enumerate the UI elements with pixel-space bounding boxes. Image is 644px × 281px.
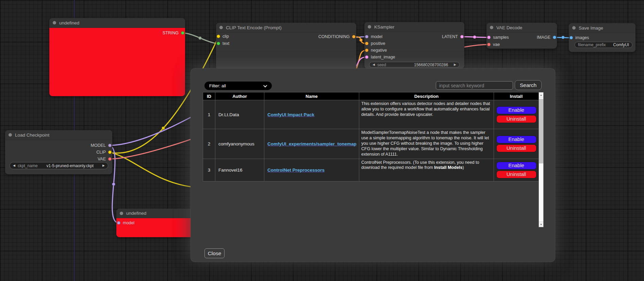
cell-id: 1 (203, 100, 215, 129)
slot-label: images (575, 35, 589, 40)
input-slot-vae: vae (487, 42, 500, 47)
extension-link[interactable]: ComfyUI Impact Pack (267, 112, 314, 117)
output-slot-string: STRING (163, 30, 184, 36)
uninstall-button[interactable]: Uninstall (496, 171, 536, 178)
decrement-arrow-icon[interactable]: ◀ (13, 164, 15, 167)
scroll-down-icon[interactable]: ▼ (539, 222, 543, 227)
filter-dropdown[interactable]: Filter: all (204, 82, 272, 90)
input-slot-images: images (569, 35, 589, 40)
collapse-dot-icon[interactable] (219, 26, 223, 29)
link-midpoint-dot[interactable] (359, 38, 362, 41)
enable-button[interactable]: Enable (496, 106, 536, 114)
samples-slot-dot[interactable] (487, 36, 491, 39)
collapse-dot-icon[interactable] (53, 21, 56, 24)
slot-label: positive (371, 41, 385, 46)
collapse-dot-icon[interactable] (490, 26, 493, 29)
input-slot-negative: negative (365, 48, 387, 53)
input-slot-samples: samples (487, 35, 509, 40)
node-title: Save Image (579, 25, 603, 31)
link-midpoint-dot[interactable] (162, 126, 165, 129)
node-load-checkpoint[interactable]: Load Checkpoint MODEL CLIP VAE ◀ ckpt_na… (5, 130, 112, 174)
node-title-bar[interactable]: CLIP Text Encode (Prompt) (216, 23, 356, 33)
extension-link[interactable]: ComfyUI_experiments/sampler_tonemap (267, 141, 357, 146)
node-title-bar[interactable]: Save Image (569, 23, 635, 33)
clip-slot-dot[interactable] (108, 151, 112, 154)
images-slot-dot[interactable] (569, 36, 573, 39)
node-title-bar[interactable]: KSampler (364, 22, 464, 32)
table-scrollbar[interactable]: ▲ ▼ (539, 92, 544, 227)
decrement-arrow-icon[interactable]: ◀ (373, 63, 375, 66)
collapse-dot-icon[interactable] (572, 26, 576, 30)
seed-widget[interactable]: ◀ seed 156680208700286 ▶ (369, 62, 460, 68)
ckpt-name-widget[interactable]: ◀ ckpt_name v1-5-pruned-emaonly.ckpt ▶ (10, 162, 108, 169)
node-vae-decode[interactable]: VAE Decode samples vae IMAGE (486, 23, 557, 49)
node-title-bar[interactable]: undefined (49, 18, 185, 28)
table-row: 2 comfyanonymous ComfyUI_experiments/sam… (203, 129, 539, 159)
slot-label: CONDITIONING (318, 34, 350, 39)
image-slot-dot[interactable] (553, 36, 556, 39)
slot-label: LATENT (442, 34, 458, 39)
positive-slot-dot[interactable] (365, 42, 368, 45)
enable-button[interactable]: Enable (496, 136, 536, 143)
output-slot-image: IMAGE (537, 35, 556, 40)
slot-label: negative (371, 48, 387, 53)
input-slot-model: model (117, 220, 134, 226)
widget-name: ckpt_name (18, 163, 38, 168)
scroll-up-icon[interactable]: ▲ (539, 92, 543, 98)
link-midpoint-dot[interactable] (198, 36, 201, 39)
conditioning-slot-dot[interactable] (352, 35, 356, 38)
negative-slot-dot[interactable] (365, 49, 368, 52)
uninstall-button[interactable]: Uninstall (496, 115, 536, 123)
slot-label: VAE (98, 157, 106, 161)
enable-button[interactable]: Enable (496, 162, 536, 170)
output-slot-model: MODEL (91, 143, 112, 148)
output-slot-latent: LATENT (442, 34, 464, 39)
search-input[interactable] (436, 81, 513, 90)
string-slot-dot[interactable] (181, 31, 184, 35)
node-title-bar[interactable]: Load Checkpoint (5, 130, 112, 140)
node-graph-canvas[interactable]: undefined STRING CLIP Text Encode (Promp… (0, 0, 644, 281)
slot-label: samples (493, 35, 509, 40)
filename-prefix-widget[interactable]: filename_prefix ComfyUI (575, 42, 632, 48)
model-slot-dot[interactable] (365, 35, 368, 38)
input-slot-text: text (217, 41, 229, 46)
table-row: 1 Dr.Lt.Data ComfyUI Impact Pack This ex… (203, 100, 539, 129)
node-title: VAE Decode (496, 25, 522, 30)
widget-value: v1-5-pruned-emaonly.ckpt (40, 163, 100, 168)
link-midpoint-dot[interactable] (473, 35, 476, 38)
text-slot-dot[interactable] (217, 42, 220, 45)
vae-slot-dot[interactable] (108, 157, 112, 161)
collapse-dot-icon[interactable] (120, 212, 123, 215)
node-ksampler[interactable]: KSampler model positive negative latent_… (364, 22, 464, 69)
uninstall-button[interactable]: Uninstall (496, 144, 536, 152)
search-button[interactable]: Search (515, 80, 542, 90)
latent-image-slot-dot[interactable] (365, 55, 368, 59)
increment-arrow-icon[interactable]: ▶ (454, 63, 456, 66)
node-undefined-top[interactable]: undefined STRING (49, 18, 185, 96)
scrollbar-thumb[interactable] (539, 99, 543, 163)
cell-description: ModelSamplerTonemapNoiseTest a node that… (359, 129, 494, 159)
model-slot-dot[interactable] (108, 144, 112, 147)
slot-label: vae (493, 42, 500, 47)
vae-slot-dot[interactable] (487, 43, 491, 46)
close-button[interactable]: Close (204, 248, 225, 258)
link-midpoint-dot[interactable] (112, 182, 115, 186)
filter-selected-value: Filter: all (209, 83, 226, 88)
collapse-dot-icon[interactable] (368, 25, 371, 29)
node-title-bar[interactable]: VAE Decode (486, 23, 557, 33)
output-slot-clip: CLIP (96, 150, 112, 155)
cell-install: Enable Uninstall (494, 159, 539, 181)
node-save-image[interactable]: Save Image images filename_prefix ComfyU… (569, 23, 635, 52)
increment-arrow-icon[interactable]: ▶ (102, 164, 105, 167)
clip-slot-dot[interactable] (217, 35, 220, 38)
model-slot-dot[interactable] (117, 221, 120, 225)
link-midpoint-dot[interactable] (561, 36, 564, 39)
slot-label: IMAGE (537, 35, 550, 40)
cell-description: ControlNet Preprocessors. (To use this e… (359, 159, 494, 181)
extension-link[interactable]: ControlNet Preprocessors (267, 168, 325, 173)
latent-slot-dot[interactable] (460, 35, 464, 38)
node-clip-text-encode[interactable]: CLIP Text Encode (Prompt) clip text COND… (216, 23, 356, 70)
slot-label: model (371, 34, 382, 39)
widget-name: seed (377, 63, 386, 67)
collapse-dot-icon[interactable] (9, 133, 12, 137)
